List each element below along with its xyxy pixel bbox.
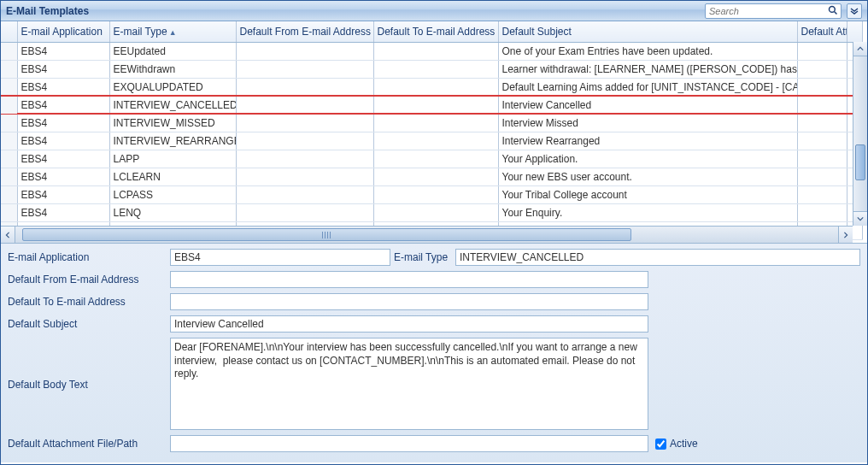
input-to[interactable] bbox=[170, 293, 648, 310]
grid-header-subject[interactable]: Default Subject bbox=[498, 21, 797, 42]
cell-type[interactable]: LAPP bbox=[109, 150, 236, 168]
templates-grid[interactable]: E-mail Application E-mail Type▲ Default … bbox=[1, 21, 863, 240]
cell-app[interactable]: EBS4 bbox=[17, 96, 109, 114]
row-selector[interactable] bbox=[1, 96, 17, 114]
cell-to[interactable] bbox=[373, 114, 498, 132]
row-selector[interactable] bbox=[1, 185, 17, 203]
cell-subject[interactable]: Default Learning Aims added for [UNIT_IN… bbox=[498, 78, 797, 96]
input-type[interactable] bbox=[455, 249, 860, 266]
cell-from[interactable] bbox=[236, 150, 373, 168]
cell-subject[interactable]: Your Application. bbox=[498, 150, 797, 168]
cell-type[interactable]: EXQUALUPDATED bbox=[109, 78, 236, 96]
cell-app[interactable]: EBS4 bbox=[17, 42, 109, 60]
table-row[interactable]: EBS4INTERVIEW_MISSEDInterview Missed bbox=[1, 114, 862, 132]
cell-type[interactable]: LCPASS bbox=[109, 185, 236, 203]
cell-attach[interactable] bbox=[797, 42, 847, 60]
table-row[interactable]: EBS4LCLEARNYour new EBS user account. bbox=[1, 168, 862, 185]
table-row[interactable]: EBS4LAPPYour Application. bbox=[1, 150, 862, 168]
cell-from[interactable] bbox=[236, 203, 373, 221]
cell-subject[interactable]: Your new EBS user account. bbox=[498, 168, 797, 185]
cell-subject[interactable]: Interview Missed bbox=[498, 114, 797, 132]
cell-to[interactable] bbox=[373, 150, 498, 168]
cell-to[interactable] bbox=[373, 185, 498, 203]
cell-subject[interactable]: Your Enquiry. bbox=[498, 203, 797, 221]
grid-header-from[interactable]: Default From E-mail Address bbox=[236, 21, 373, 42]
table-row[interactable]: EBS4EEUpdatedOne of your Exam Entries ha… bbox=[1, 42, 862, 60]
grid-header-selector[interactable] bbox=[1, 21, 17, 42]
cell-to[interactable] bbox=[373, 78, 498, 96]
cell-app[interactable]: EBS4 bbox=[17, 114, 109, 132]
grid-header-to[interactable]: Default To E-mail Address bbox=[373, 21, 498, 42]
cell-type[interactable]: INTERVIEW_MISSED bbox=[109, 114, 236, 132]
cell-from[interactable] bbox=[236, 42, 373, 60]
cell-to[interactable] bbox=[373, 42, 498, 60]
horizontal-scrollbar[interactable] bbox=[1, 226, 853, 243]
cell-to[interactable] bbox=[373, 96, 498, 114]
scroll-down-button[interactable] bbox=[853, 211, 867, 226]
cell-subject[interactable]: Interview Rearranged bbox=[498, 132, 797, 150]
scroll-track-horizontal[interactable] bbox=[15, 227, 838, 243]
cell-type[interactable]: INTERVIEW_CANCELLED bbox=[109, 96, 236, 114]
cell-to[interactable] bbox=[373, 203, 498, 221]
scroll-right-button[interactable] bbox=[838, 227, 853, 243]
input-attach[interactable] bbox=[170, 435, 648, 452]
cell-app[interactable]: EBS4 bbox=[17, 132, 109, 150]
cell-app[interactable]: EBS4 bbox=[17, 60, 109, 78]
cell-app[interactable]: EBS4 bbox=[17, 78, 109, 96]
cell-to[interactable] bbox=[373, 168, 498, 185]
cell-app[interactable]: EBS4 bbox=[17, 203, 109, 221]
cell-attach[interactable] bbox=[797, 78, 847, 96]
cell-attach[interactable] bbox=[797, 132, 847, 150]
table-row[interactable]: EBS4LCPASSYour Tribal College account bbox=[1, 185, 862, 203]
row-selector[interactable] bbox=[1, 203, 17, 221]
checkbox-active[interactable] bbox=[655, 439, 666, 450]
scroll-thumb-horizontal[interactable] bbox=[22, 228, 631, 241]
cell-from[interactable] bbox=[236, 78, 373, 96]
cell-attach[interactable] bbox=[797, 114, 847, 132]
table-row[interactable]: EBS4EEWithdrawnLearner withdrawal: [LEAR… bbox=[1, 60, 862, 78]
search-box[interactable] bbox=[705, 3, 842, 19]
cell-app[interactable]: EBS4 bbox=[17, 150, 109, 168]
cell-from[interactable] bbox=[236, 114, 373, 132]
cell-attach[interactable] bbox=[797, 96, 847, 114]
cell-from[interactable] bbox=[236, 185, 373, 203]
cell-to[interactable] bbox=[373, 132, 498, 150]
search-input[interactable] bbox=[709, 6, 828, 16]
cell-attach[interactable] bbox=[797, 150, 847, 168]
cell-type[interactable]: INTERVIEW_REARRANGED bbox=[109, 132, 236, 150]
cell-type[interactable]: LCLEARN bbox=[109, 168, 236, 185]
input-app[interactable] bbox=[170, 249, 390, 266]
cell-app[interactable]: EBS4 bbox=[17, 185, 109, 203]
grid-header-attach[interactable]: Default Att bbox=[797, 21, 847, 42]
row-selector[interactable] bbox=[1, 42, 17, 60]
cell-subject[interactable]: Interview Cancelled bbox=[498, 96, 797, 114]
cell-attach[interactable] bbox=[797, 185, 847, 203]
input-subject[interactable] bbox=[170, 315, 648, 333]
row-selector[interactable] bbox=[1, 114, 17, 132]
cell-app[interactable]: EBS4 bbox=[17, 168, 109, 185]
cell-subject[interactable]: One of your Exam Entries have been updat… bbox=[498, 42, 797, 60]
cell-attach[interactable] bbox=[797, 60, 847, 78]
scroll-thumb-vertical[interactable] bbox=[855, 144, 865, 180]
table-row[interactable]: EBS4INTERVIEW_REARRANGEDInterview Rearra… bbox=[1, 132, 862, 150]
cell-type[interactable]: LENQ bbox=[109, 203, 236, 221]
cell-from[interactable] bbox=[236, 96, 373, 114]
row-selector[interactable] bbox=[1, 78, 17, 96]
table-row[interactable]: EBS4EXQUALUPDATEDDefault Learning Aims a… bbox=[1, 78, 862, 96]
cell-to[interactable] bbox=[373, 60, 498, 78]
row-selector[interactable] bbox=[1, 150, 17, 168]
scroll-left-button[interactable] bbox=[1, 227, 15, 243]
cell-from[interactable] bbox=[236, 60, 373, 78]
table-row[interactable]: EBS4INTERVIEW_CANCELLEDInterview Cancell… bbox=[1, 96, 862, 114]
input-from[interactable] bbox=[170, 271, 648, 288]
cell-attach[interactable] bbox=[797, 203, 847, 221]
table-row[interactable]: EBS4LENQYour Enquiry. bbox=[1, 203, 862, 221]
scroll-up-button[interactable] bbox=[853, 42, 867, 56]
row-selector[interactable] bbox=[1, 60, 17, 78]
row-selector[interactable] bbox=[1, 132, 17, 150]
row-selector[interactable] bbox=[1, 168, 17, 185]
cell-type[interactable]: EEUpdated bbox=[109, 42, 236, 60]
cell-subject[interactable]: Your Tribal College account bbox=[498, 185, 797, 203]
grid-header-type[interactable]: E-mail Type▲ bbox=[109, 21, 236, 42]
cell-from[interactable] bbox=[236, 132, 373, 150]
